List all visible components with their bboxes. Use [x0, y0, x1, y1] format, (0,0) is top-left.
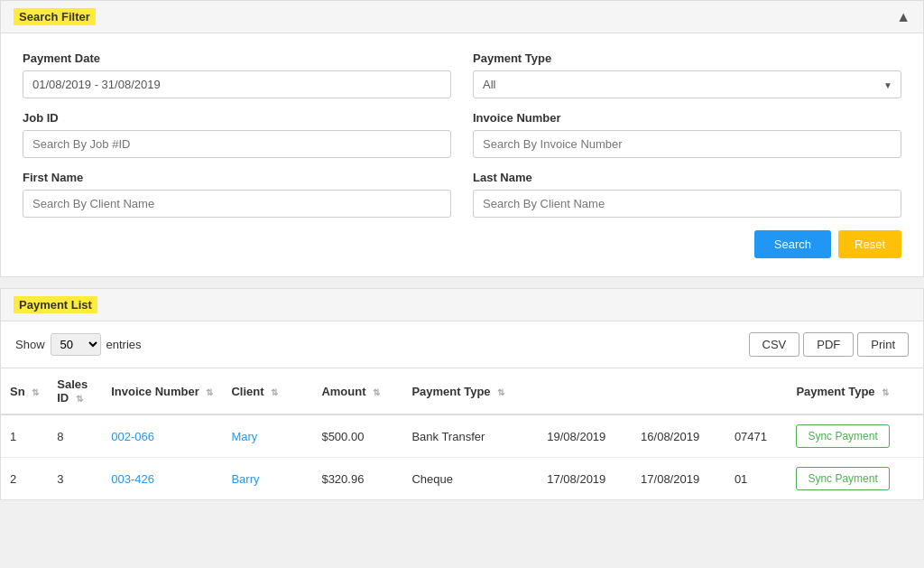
- payment-table-body: 1 8 002-066 Mary $500.00 Bank Transfer 1…: [1, 414, 923, 499]
- payment-table: Sn ⇅ SalesID ⇅ Invoice Number ⇅ Client ⇅…: [1, 368, 923, 499]
- last-name-input[interactable]: [473, 190, 901, 218]
- print-button[interactable]: Print: [857, 332, 909, 357]
- export-buttons: CSV PDF Print: [749, 332, 909, 357]
- entries-label: entries: [106, 338, 142, 351]
- table-header-row: Sn ⇅ SalesID ⇅ Invoice Number ⇅ Client ⇅…: [1, 368, 923, 415]
- last-name-group: Last Name: [473, 171, 901, 218]
- invoice-sort-icon[interactable]: ⇅: [206, 387, 213, 397]
- payment-type-select-wrapper: All Bank Transfer Cheque Cash Credit Car…: [473, 70, 901, 98]
- invoice-link: 003-426: [111, 472, 154, 486]
- show-entries: Show 10 25 50 100 entries: [15, 333, 142, 356]
- th-client: Client ⇅: [222, 368, 312, 415]
- search-button[interactable]: Search: [754, 230, 831, 258]
- job-id-group: Job ID: [23, 111, 451, 158]
- td-sync: Sync Payment: [787, 414, 923, 458]
- td-date1: 17/08/2019: [538, 458, 632, 500]
- client-link: Mary: [231, 430, 257, 443]
- payment-type-group: Payment Type All Bank Transfer Cheque Ca…: [473, 51, 901, 98]
- payment-date-label: Payment Date: [23, 51, 451, 65]
- th-action: Payment Type ⇅: [787, 368, 923, 415]
- filter-body: Payment Date Payment Type All Bank Trans…: [1, 33, 923, 276]
- last-name-label: Last Name: [473, 171, 901, 184]
- payment-date-group: Payment Date: [23, 51, 451, 98]
- invoice-number-input[interactable]: [473, 130, 901, 158]
- filter-row-2: Job ID Invoice Number: [23, 111, 901, 158]
- first-name-input[interactable]: [23, 190, 451, 218]
- td-salesid: 3: [48, 458, 102, 500]
- th-salesid: SalesID ⇅: [48, 368, 102, 415]
- td-ref: 01: [725, 458, 788, 500]
- invoice-number-label: Invoice Number: [473, 111, 901, 125]
- client-sort-icon[interactable]: ⇅: [271, 387, 278, 397]
- paytype-sort-icon[interactable]: ⇅: [497, 387, 504, 397]
- th-paytype: Payment Type ⇅: [402, 368, 538, 415]
- td-amount: $500.00: [312, 414, 402, 458]
- search-filter-header: Search Filter ▲: [1, 1, 923, 33]
- th-invoice: Invoice Number ⇅: [102, 368, 222, 415]
- filter-actions: Search Reset: [23, 230, 901, 262]
- payment-list-title: Payment List: [14, 296, 97, 313]
- payment-list-panel: Payment List Show 10 25 50 100 entries C…: [0, 288, 924, 500]
- sn-sort-icon[interactable]: ⇅: [32, 387, 39, 397]
- td-invoice[interactable]: 003-426: [102, 458, 222, 500]
- entries-select[interactable]: 10 25 50 100: [51, 333, 101, 356]
- client-link: Barry: [231, 472, 259, 486]
- search-filter-panel: Search Filter ▲ Payment Date Payment Typ…: [0, 0, 924, 277]
- action-sort-icon[interactable]: ⇅: [882, 387, 889, 397]
- payment-list-header: Payment List: [1, 289, 923, 321]
- search-filter-title: Search Filter: [14, 8, 96, 25]
- payment-type-label: Payment Type: [473, 51, 901, 65]
- csv-button[interactable]: CSV: [749, 332, 800, 357]
- filter-row-3: First Name Last Name: [23, 171, 901, 218]
- pdf-button[interactable]: PDF: [803, 332, 854, 357]
- td-client[interactable]: Barry: [222, 458, 312, 500]
- td-sync: Sync Payment: [787, 458, 923, 500]
- first-name-label: First Name: [23, 171, 451, 184]
- td-sn: 2: [1, 458, 48, 500]
- td-date2: 17/08/2019: [632, 458, 725, 500]
- td-sn: 1: [1, 414, 48, 458]
- td-salesid: 8: [48, 414, 102, 458]
- th-date2: [632, 368, 725, 415]
- td-ref: 07471: [725, 414, 788, 458]
- filter-row-1: Payment Date Payment Type All Bank Trans…: [23, 51, 901, 98]
- td-client[interactable]: Mary: [222, 414, 312, 458]
- invoice-number-group: Invoice Number: [473, 111, 901, 158]
- sales-id-label: SalesID: [57, 377, 88, 405]
- td-paytype: Cheque: [402, 458, 538, 500]
- payment-type-select[interactable]: All Bank Transfer Cheque Cash Credit Car…: [473, 70, 901, 98]
- sync-payment-button[interactable]: Sync Payment: [796, 467, 889, 490]
- payment-date-input[interactable]: [23, 70, 451, 98]
- table-row: 1 8 002-066 Mary $500.00 Bank Transfer 1…: [1, 414, 923, 458]
- collapse-icon[interactable]: ▲: [896, 9, 910, 25]
- td-invoice[interactable]: 002-066: [102, 414, 222, 458]
- td-paytype: Bank Transfer: [402, 414, 538, 458]
- th-date1: [538, 368, 632, 415]
- amount-sort-icon[interactable]: ⇅: [373, 387, 380, 397]
- job-id-label: Job ID: [23, 111, 451, 125]
- td-date1: 19/08/2019: [538, 414, 632, 458]
- job-id-input[interactable]: [23, 130, 451, 158]
- first-name-group: First Name: [23, 171, 451, 218]
- salesid-sort-icon[interactable]: ⇅: [76, 394, 83, 404]
- td-date2: 16/08/2019: [632, 414, 725, 458]
- invoice-link: 002-066: [111, 430, 154, 443]
- th-ref: [725, 368, 788, 415]
- sync-payment-button[interactable]: Sync Payment: [796, 424, 889, 448]
- table-row: 2 3 003-426 Barry $320.96 Cheque 17/08/2…: [1, 458, 923, 500]
- reset-button[interactable]: Reset: [838, 230, 901, 258]
- td-amount: $320.96: [312, 458, 402, 500]
- table-controls: Show 10 25 50 100 entries CSV PDF Print: [1, 321, 923, 368]
- show-label: Show: [15, 338, 45, 351]
- th-amount: Amount ⇅: [312, 368, 402, 415]
- th-sn: Sn ⇅: [1, 368, 48, 415]
